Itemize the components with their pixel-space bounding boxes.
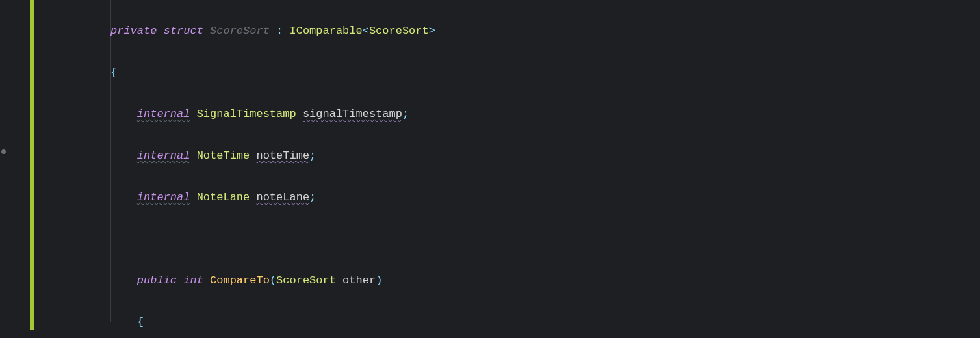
semicolon: ; (309, 150, 316, 162)
paren-open: ( (270, 274, 276, 287)
colon: : (276, 25, 283, 37)
code-line[interactable]: { (110, 62, 980, 83)
brace-open: { (110, 66, 117, 79)
type-ref: ScoreSort (369, 25, 429, 37)
brace-open: { (137, 316, 144, 328)
vcs-change-marker[interactable] (30, 0, 34, 330)
angle-open: < (363, 25, 369, 37)
type-ref: SignalTimestamp (197, 108, 296, 120)
angle-close: > (429, 25, 435, 37)
field: noteLane (256, 191, 309, 203)
parameter: other (342, 274, 376, 287)
keyword: private (110, 25, 157, 37)
type-ref: ScoreSort (276, 274, 336, 287)
keyword: struct (164, 25, 203, 37)
editor-gutter[interactable] (0, 0, 26, 338)
code-line[interactable]: internal SignalTimestamp signalTimestamp… (110, 104, 980, 125)
code-line[interactable]: internal NoteTime noteTime; (110, 146, 980, 166)
paren-close: ) (376, 274, 382, 287)
method-decl: CompareTo (210, 274, 270, 287)
semicolon: ; (309, 191, 316, 203)
type-decl: ScoreSort (210, 25, 270, 37)
field: noteTime (256, 150, 309, 162)
code-line[interactable]: internal NoteLane noteLane; (110, 187, 980, 208)
code-line[interactable]: private struct ScoreSort : IComparable<S… (110, 21, 980, 42)
type-ref: NoteTime (197, 150, 250, 162)
breakpoint-indicator-icon[interactable] (1, 150, 6, 154)
code-line[interactable] (110, 229, 980, 250)
semicolon: ; (402, 108, 409, 120)
keyword: internal (137, 108, 190, 120)
keyword: internal (137, 191, 190, 203)
field: signalTimestamp (303, 108, 402, 120)
keyword: int (183, 274, 203, 287)
code-editor[interactable]: private struct ScoreSort : IComparable<S… (110, 0, 980, 338)
code-line[interactable]: public int CompareTo(ScoreSort other) (110, 270, 980, 291)
type-ref: NoteLane (197, 191, 250, 203)
code-line[interactable]: { (110, 312, 980, 333)
type-ref: IComparable (289, 25, 362, 37)
keyword: public (137, 274, 177, 287)
keyword: internal (137, 150, 190, 162)
